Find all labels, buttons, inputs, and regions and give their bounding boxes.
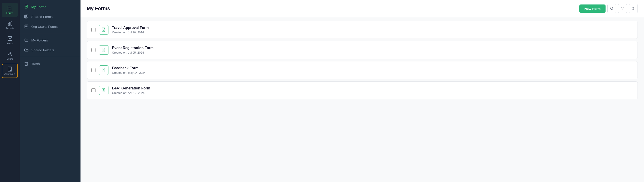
main-header: My Forms New Form — [80, 0, 644, 17]
form-checkbox-f3[interactable] — [92, 68, 96, 72]
form-checkbox-f1[interactable] — [92, 28, 96, 32]
my-folders-icon — [24, 38, 28, 42]
svg-point-28 — [610, 7, 613, 10]
shared-forms-icon — [24, 14, 28, 19]
sidebar-divider-1 — [20, 33, 80, 33]
form-icon-wrap-f2 — [99, 45, 108, 55]
nav-item-reports[interactable]: Reports — [2, 18, 18, 32]
form-file-icon-f1 — [101, 27, 106, 32]
form-icon-wrap-f4 — [99, 86, 108, 95]
form-name-f2: Event Registration Form — [112, 46, 633, 50]
icon-nav: Forms Reports Tasks Users — [0, 0, 20, 182]
nav-item-approvals[interactable]: Approvals — [2, 64, 18, 78]
nav-item-tasks-label: Tasks — [7, 42, 13, 45]
main-content: My Forms New Form — [80, 0, 644, 182]
svg-rect-4 — [8, 23, 9, 25]
form-date-f1: Created on: Jul 10, 2024 — [112, 31, 633, 34]
svg-line-29 — [612, 9, 613, 10]
form-info-f2: Event Registration Form Created on: Jul … — [112, 46, 633, 54]
sidebar-item-trash[interactable]: Trash — [20, 59, 80, 69]
filter-button[interactable] — [618, 4, 627, 13]
sidebar-divider-2 — [20, 57, 80, 57]
sidebar-item-my-forms-label: My Forms — [31, 5, 46, 9]
nav-item-approvals-label: Approvals — [4, 73, 16, 75]
header-actions: New Form — [580, 4, 638, 13]
sidebar-item-org-users-forms-label: Org Users' Forms — [31, 25, 58, 29]
sort-button[interactable] — [629, 4, 638, 13]
sidebar-item-org-users-forms[interactable]: Org Users' Forms — [20, 22, 80, 31]
search-button[interactable] — [607, 4, 616, 13]
nav-item-users[interactable]: Users — [2, 48, 18, 63]
nav-item-tasks[interactable]: Tasks — [2, 33, 18, 48]
sidebar-item-shared-folders-label: Shared Folders — [31, 48, 54, 52]
search-icon — [610, 7, 614, 11]
form-name-f3: Feedback Form — [112, 66, 633, 70]
svg-marker-30 — [621, 7, 624, 10]
sidebar-item-shared-folders[interactable]: Shared Folders — [20, 45, 80, 55]
sidebar: My Forms Shared Forms Org Users' Forms M… — [20, 0, 80, 182]
sidebar-item-my-folders-label: My Folders — [31, 38, 48, 42]
page-title: My Forms — [87, 6, 110, 12]
form-file-icon-f3 — [101, 68, 106, 73]
trash-icon — [24, 61, 28, 66]
form-info-f4: Lead Generation Form Created on: Apr 12,… — [112, 86, 633, 95]
form-name-f4: Lead Generation Form — [112, 86, 633, 90]
form-card-f2[interactable]: Event Registration Form Created on: Jul … — [87, 41, 638, 59]
new-form-button[interactable]: New Form — [580, 5, 606, 13]
form-checkbox-f2[interactable] — [92, 48, 96, 52]
form-card-f1[interactable]: Travel Approval Form Created on: Jul 10,… — [87, 21, 638, 39]
form-icon-wrap-f3 — [99, 65, 108, 75]
filter-icon — [620, 7, 624, 11]
svg-point-10 — [9, 52, 11, 54]
sidebar-item-shared-forms[interactable]: Shared Forms — [20, 12, 80, 22]
svg-rect-6 — [11, 21, 12, 25]
form-checkbox-f4[interactable] — [92, 88, 96, 92]
sidebar-item-trash-label: Trash — [31, 62, 40, 66]
nav-item-users-label: Users — [7, 57, 13, 60]
form-card-f3[interactable]: Feedback Form Created on: May 14, 2024 — [87, 61, 638, 79]
form-icon-wrap-f1 — [99, 25, 108, 35]
sort-icon — [631, 7, 635, 11]
form-date-f4: Created on: Apr 12, 2024 — [112, 91, 633, 95]
form-date-f3: Created on: May 14, 2024 — [112, 71, 633, 74]
form-file-icon-f2 — [101, 48, 106, 52]
form-info-f3: Feedback Form Created on: May 14, 2024 — [112, 66, 633, 74]
form-info-f1: Travel Approval Form Created on: Jul 10,… — [112, 26, 633, 34]
svg-point-27 — [27, 27, 28, 28]
form-list: Travel Approval Form Created on: Jul 10,… — [80, 17, 644, 103]
sidebar-item-my-folders[interactable]: My Folders — [20, 35, 80, 45]
sidebar-item-my-forms[interactable]: My Forms — [20, 2, 80, 12]
org-users-forms-icon — [24, 24, 28, 29]
sidebar-item-shared-forms-label: Shared Forms — [31, 15, 52, 19]
form-file-icon-f4 — [101, 88, 106, 93]
form-name-f1: Travel Approval Form — [112, 26, 633, 30]
svg-rect-5 — [10, 22, 10, 25]
nav-item-reports-label: Reports — [6, 27, 14, 30]
shared-folders-icon — [24, 48, 28, 52]
nav-item-forms[interactable]: Forms — [2, 3, 18, 17]
form-date-f2: Created on: Jul 05, 2024 — [112, 51, 633, 54]
form-card-f4[interactable]: Lead Generation Form Created on: Apr 12,… — [87, 81, 638, 99]
my-forms-icon — [24, 5, 28, 9]
nav-item-forms-label: Forms — [6, 12, 13, 14]
